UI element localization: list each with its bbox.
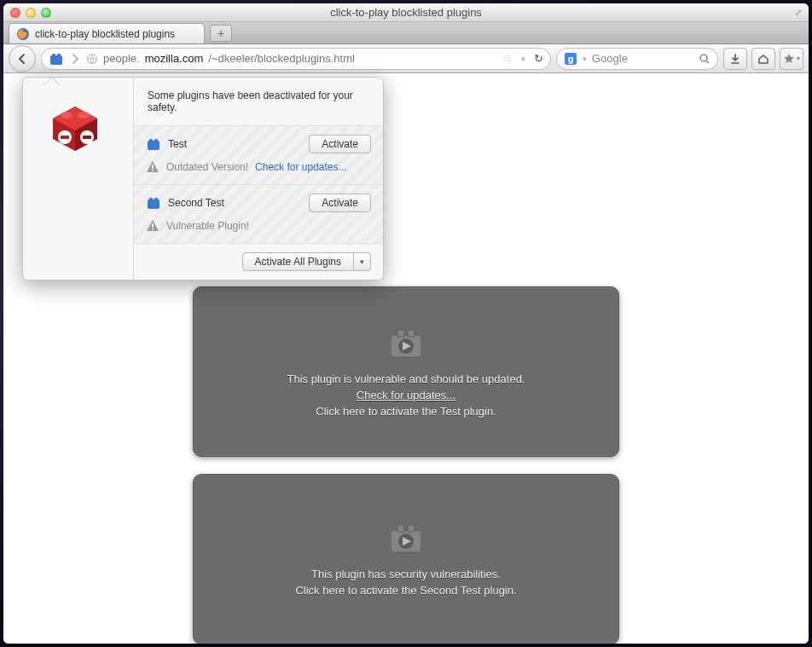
activate-all-button[interactable]: Activate All Plugins	[242, 252, 354, 271]
warning-icon	[146, 219, 160, 233]
svg-rect-34	[152, 223, 154, 228]
home-button[interactable]	[751, 48, 775, 70]
window-title: click-to-play blocklisted plugins	[3, 6, 809, 19]
navigation-toolbar: people.mozilla.com/~dkeeler/blockedplugi…	[3, 44, 809, 73]
doorhanger-icon-pane	[23, 78, 134, 280]
svg-rect-29	[152, 165, 154, 169]
svg-rect-25	[83, 136, 91, 139]
plugin-message-line1: This plugin is vulnerable and should be …	[287, 373, 525, 385]
plugin-placeholder-1[interactable]: This plugin is vulnerable and should be …	[193, 286, 619, 457]
svg-rect-1	[50, 55, 62, 65]
url-path: /~dkeeler/blockedplugins.html	[208, 52, 355, 65]
svg-point-33	[154, 198, 158, 201]
plugin-update-link[interactable]: Check for updates...	[357, 389, 455, 401]
url-bar[interactable]: people.mozilla.com/~dkeeler/blockedplugi…	[41, 48, 551, 70]
svg-line-8	[706, 61, 709, 63]
svg-point-32	[149, 198, 153, 201]
close-window-button[interactable]	[10, 8, 20, 18]
bookmarks-menu-button[interactable]: ▾	[780, 48, 803, 70]
minimize-window-button[interactable]	[26, 8, 36, 18]
download-arrow-icon	[729, 53, 741, 65]
back-button[interactable]	[9, 45, 36, 72]
forward-arrow-icon	[69, 53, 81, 65]
doorhanger-header: Some plugins have been deactivated for y…	[134, 78, 383, 126]
blocked-plugin-icon	[386, 522, 426, 556]
svg-point-28	[154, 139, 158, 142]
lego-icon	[146, 136, 161, 152]
downloads-button[interactable]	[723, 48, 747, 70]
search-placeholder: Google	[592, 52, 628, 65]
zoom-window-button[interactable]	[41, 8, 51, 18]
search-engine-caret-icon[interactable]: ▾	[583, 55, 587, 63]
google-icon: g	[564, 52, 577, 66]
url-prefix: people.	[103, 52, 140, 65]
svg-text:g: g	[568, 54, 574, 64]
plugin-doorhanger: Some plugins have been deactivated for y…	[22, 77, 384, 280]
svg-point-20	[61, 112, 72, 118]
search-icon[interactable]	[699, 53, 710, 65]
svg-point-21	[78, 112, 90, 118]
plugin-placeholder-2[interactable]: This plugin has security vulnerabilities…	[193, 474, 619, 644]
reload-icon[interactable]: ↻	[534, 52, 543, 65]
activate-button[interactable]: Activate	[309, 194, 371, 212]
activate-button[interactable]: Activate	[309, 135, 371, 153]
svg-rect-23	[61, 136, 69, 139]
svg-rect-15	[408, 525, 415, 532]
titlebar: click-to-play blocklisted plugins ⤢	[3, 3, 809, 22]
plugin-name: Second Test	[168, 197, 224, 209]
doorhanger-plugin-item-2: Second Test Activate Vulnerable Plugin!	[134, 185, 383, 244]
bookmarks-star-icon	[783, 53, 795, 65]
svg-rect-10	[397, 330, 404, 337]
plugin-status: Outdated Version!	[166, 161, 248, 173]
plugin-notification-icon[interactable]	[49, 51, 64, 66]
url-host: mozilla.com	[145, 52, 204, 65]
svg-rect-14	[397, 525, 404, 532]
svg-point-7	[700, 55, 707, 61]
new-tab-button[interactable]: +	[210, 25, 232, 42]
plugin-message-line2: Click here to activate the Second Test p…	[295, 584, 516, 597]
svg-point-2	[52, 53, 55, 56]
home-icon	[757, 53, 769, 65]
doorhanger-footer: Activate All Plugins ▾	[134, 244, 383, 280]
svg-rect-31	[148, 199, 160, 209]
plugin-status: Vulnerable Plugin!	[166, 220, 249, 232]
svg-point-3	[57, 53, 61, 56]
tab-active[interactable]: click-to-play blocklisted plugins	[9, 23, 205, 43]
chevron-down-icon: ▾	[360, 257, 364, 266]
blocked-plugin-icon	[386, 326, 426, 361]
svg-rect-11	[408, 330, 415, 337]
dropdown-caret-icon[interactable]: ▾	[521, 55, 525, 63]
lego-icon	[146, 195, 161, 211]
activate-all-dropdown[interactable]: ▾	[354, 252, 371, 271]
plugin-message-line2: Click here to activate the Test plugin.	[316, 405, 496, 418]
window-controls	[10, 8, 51, 18]
svg-point-27	[149, 139, 153, 142]
check-updates-link[interactable]: Check for updates...	[255, 161, 346, 173]
plugin-message-line1: This plugin has security vulnerabilities…	[311, 568, 501, 581]
globe-icon	[86, 53, 98, 65]
firefox-icon	[16, 27, 30, 41]
doorhanger-plugin-item-1: Test Activate Outdated Version! Check fo…	[134, 126, 383, 185]
tab-label: click-to-play blocklisted plugins	[35, 28, 175, 40]
bookmark-star-icon[interactable]: ☆	[502, 52, 513, 65]
svg-rect-26	[148, 141, 160, 150]
svg-rect-35	[152, 228, 154, 230]
svg-rect-30	[152, 170, 154, 171]
red-lego-plugin-icon	[48, 95, 109, 156]
search-box[interactable]: g ▾ Google	[556, 48, 718, 70]
plugin-name: Test	[168, 138, 187, 150]
resize-icon: ⤢	[795, 8, 802, 17]
back-arrow-icon	[16, 53, 28, 65]
tab-strip: click-to-play blocklisted plugins +	[3, 22, 809, 44]
warning-icon	[146, 160, 160, 174]
